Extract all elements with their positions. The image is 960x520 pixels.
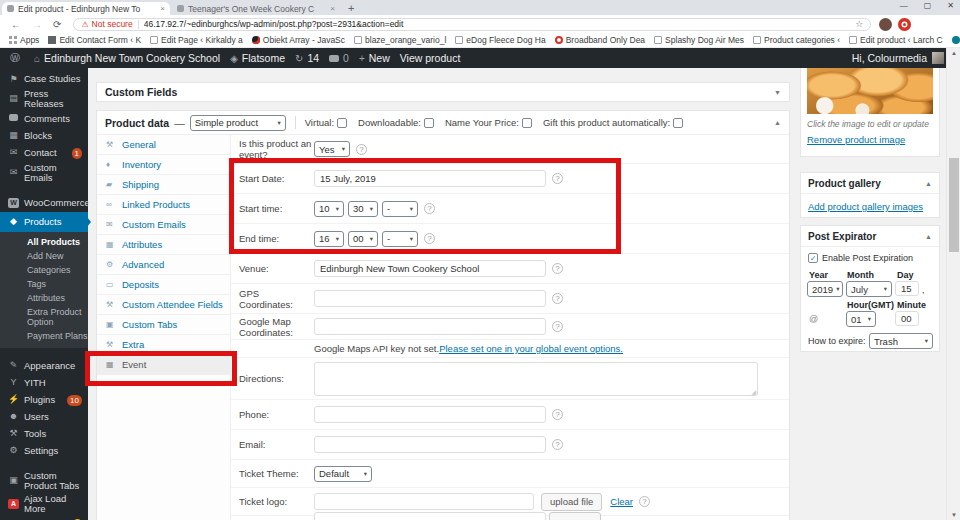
- sidebar-item-tools[interactable]: ⚒Tools: [0, 426, 88, 443]
- browser-profile-avatar[interactable]: [879, 18, 892, 31]
- checkbox[interactable]: [424, 118, 434, 128]
- help-icon[interactable]: ?: [639, 496, 650, 507]
- url-text[interactable]: 46.17.92.7/~edinburghcs/wp-admin/post.ph…: [144, 19, 856, 29]
- sidebar-subitem-categories[interactable]: Categories: [0, 263, 88, 277]
- tab-deposits[interactable]: ▭Deposits: [97, 275, 230, 295]
- tab-custom-tabs[interactable]: ▣Custom Tabs: [97, 315, 230, 335]
- how-to-expire-select[interactable]: Trash ▾: [869, 333, 933, 349]
- checkbox[interactable]: [673, 118, 683, 128]
- sidebar-subitem-attributes[interactable]: Attributes: [0, 291, 88, 305]
- bookmark-item[interactable]: Edit Contact Form ‹ K: [48, 35, 141, 45]
- scrollbar-thumb[interactable]: [949, 158, 959, 252]
- bookmark-item[interactable]: eDog Fleece Dog Ha: [455, 35, 545, 45]
- sidebar-item-wordfence[interactable]: ◉Wordfence2: [0, 516, 88, 520]
- tab-custom-emails[interactable]: ✉Custom Emails: [97, 215, 230, 235]
- sidebar-subitem-extra-product-option[interactable]: Extra Product Option: [0, 305, 88, 329]
- add-gallery-images-link[interactable]: Add product gallery images: [808, 201, 923, 212]
- help-icon[interactable]: ?: [552, 263, 563, 274]
- enable-expiration-checkbox[interactable]: ✓: [808, 253, 818, 263]
- chevron-up-icon[interactable]: ▲: [925, 233, 932, 240]
- sidebar-subitem-all-products[interactable]: All Products: [0, 235, 88, 249]
- bookmark-item[interactable]: Edit Page ‹ Lake Dist: [952, 35, 960, 45]
- help-icon[interactable]: ?: [552, 293, 563, 304]
- chevron-up-icon[interactable]: ▲: [774, 119, 781, 126]
- upload-button[interactable]: [549, 512, 601, 520]
- browser-update-icon[interactable]: [898, 18, 911, 31]
- view-product-menu[interactable]: View product: [400, 52, 461, 64]
- clear-link[interactable]: Clear: [610, 496, 633, 507]
- bookmark-item[interactable]: Edit product ‹ Larch C: [849, 35, 943, 45]
- sidebar-subitem-tags[interactable]: Tags: [0, 277, 88, 291]
- site-name-menu[interactable]: ⌂ Edinburgh New Town Cookery School: [34, 52, 220, 64]
- sidebar-item-comments[interactable]: Comments: [0, 111, 88, 128]
- not-secure-label[interactable]: Not secure: [92, 19, 133, 29]
- new-content-menu[interactable]: + New: [359, 52, 390, 64]
- help-icon[interactable]: ?: [552, 321, 563, 332]
- close-icon[interactable]: ✕: [947, 1, 954, 10]
- tab-general[interactable]: ⚒General: [97, 135, 230, 155]
- chevron-down-icon[interactable]: ▼: [774, 89, 781, 96]
- sidebar-item-plugins[interactable]: ⚡Plugins10: [0, 392, 88, 409]
- sidebar-item-appearance[interactable]: ✎Appearance: [0, 358, 88, 375]
- sidebar-subitem-add-new[interactable]: Add New: [0, 249, 88, 263]
- remove-product-image-link[interactable]: Remove product image: [807, 134, 905, 145]
- bookmark-item[interactable]: Broadband Only Dea: [555, 35, 645, 45]
- comments-menu[interactable]: 0: [329, 52, 349, 64]
- tab-advanced[interactable]: ⚙Advanced: [97, 255, 230, 275]
- event-question-select[interactable]: Yes▾: [314, 141, 350, 157]
- bookmark-item[interactable]: Splashy Dog Air Mes: [654, 35, 744, 45]
- day-input[interactable]: 15: [895, 281, 919, 296]
- address-bar[interactable]: ⚠ Not secure 46.17.92.7/~edinburghcs/wp-…: [73, 18, 871, 31]
- ticket-input[interactable]: [314, 512, 546, 520]
- minute-input[interactable]: 00: [895, 311, 919, 326]
- hour-select[interactable]: 01 ▾: [846, 311, 876, 327]
- email-input[interactable]: [314, 436, 546, 453]
- sidebar-item-custom-emails[interactable]: ✉Custom Emails: [0, 162, 88, 185]
- reload-icon[interactable]: ⟳: [53, 19, 61, 30]
- ticket-logo-input[interactable]: [314, 493, 534, 510]
- updates-menu[interactable]: ↻ 14: [295, 52, 319, 64]
- sidebar-item-contact[interactable]: ✉Contact1: [0, 145, 88, 162]
- minimize-icon[interactable]: —: [900, 1, 908, 10]
- bookmark-item[interactable]: Obiekt Array - JavaSc: [252, 35, 345, 45]
- ticket-theme-select[interactable]: Default▾: [314, 466, 372, 482]
- sidebar-item-blocks[interactable]: ▦Blocks: [0, 128, 88, 145]
- tab-inventory[interactable]: ♦Inventory: [97, 155, 230, 175]
- phone-input[interactable]: [314, 406, 546, 423]
- sidebar-item-users[interactable]: ☻Users: [0, 409, 88, 426]
- bookmark-star-icon[interactable]: ☆: [855, 19, 863, 29]
- month-select[interactable]: July ▾: [846, 281, 892, 297]
- browser-tab[interactable]: Edit product - Edinburgh New To×: [2, 2, 170, 15]
- bookmark-item[interactable]: blaze_orange_vario_l: [354, 35, 446, 45]
- venue-input[interactable]: Edinburgh New Town Cookery School: [314, 260, 546, 277]
- tab-close-icon[interactable]: ×: [330, 4, 335, 13]
- flatsome-menu[interactable]: ◈ Flatsome: [230, 52, 285, 64]
- bookmark-item[interactable]: Edit Page ‹ Kirkaldy a: [150, 35, 243, 45]
- sidebar-item-products[interactable]: ◆Products: [0, 212, 88, 232]
- upload-file-button[interactable]: upload file: [541, 493, 602, 511]
- sidebar-item-settings[interactable]: ⚙Settings: [0, 443, 88, 460]
- directions-textarea[interactable]: ◢: [314, 362, 758, 396]
- api-note-link[interactable]: Please set one in your global event opti…: [439, 343, 623, 354]
- page-scrollbar[interactable]: ▲ ▼: [946, 48, 960, 520]
- tab-shipping[interactable]: ▰Shipping: [97, 175, 230, 195]
- sidebar-item-ajax-load-more[interactable]: AAjax Load More: [0, 493, 88, 516]
- tab-linked-products[interactable]: ∞Linked Products: [97, 195, 230, 215]
- product-gallery-header[interactable]: Product gallery ▲: [801, 173, 939, 194]
- help-icon[interactable]: ?: [356, 144, 367, 155]
- back-icon[interactable]: ←: [11, 19, 21, 30]
- chevron-up-icon[interactable]: ▲: [925, 180, 932, 187]
- post-expirator-header[interactable]: Post Expirator ▲: [801, 226, 939, 247]
- scroll-down-icon[interactable]: ▼: [947, 512, 960, 518]
- tab-attributes[interactable]: ▦Attributes: [97, 235, 230, 255]
- sidebar-item-yith[interactable]: YYITH: [0, 375, 88, 392]
- sidebar-item-case-studies[interactable]: ⚑Case Studies: [0, 71, 88, 88]
- checkbox[interactable]: [522, 118, 532, 128]
- help-icon[interactable]: ?: [552, 409, 563, 420]
- tab-close-icon[interactable]: ×: [160, 4, 165, 13]
- gmap-coordinates-input[interactable]: [314, 318, 546, 335]
- bookmark-item[interactable]: Product categories ‹: [753, 35, 840, 45]
- new-tab-button[interactable]: +: [348, 2, 354, 15]
- checkbox[interactable]: [337, 118, 347, 128]
- bookmark-item[interactable]: Apps: [9, 35, 39, 45]
